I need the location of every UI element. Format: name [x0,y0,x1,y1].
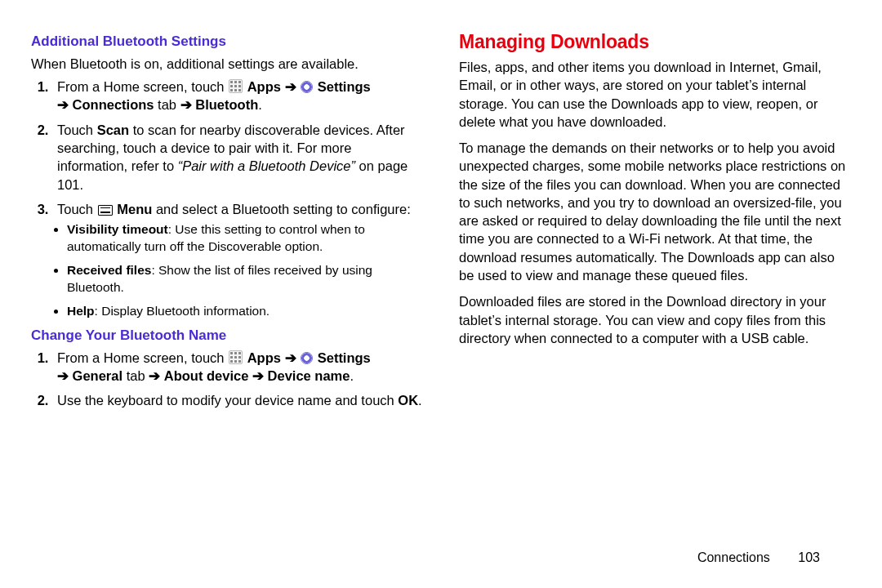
gear-icon [301,352,313,364]
settings-label: Settings [318,350,371,365]
bt-options-list: Visibility timeout: Use this setting to … [57,221,423,320]
gear-icon [301,81,313,93]
apps-icon [229,350,243,364]
apps-label: Apps [247,350,281,365]
text: From a Home screen, touch [57,79,228,94]
steps-additional-bt: From a Home screen, touch Apps ➔ Setting… [31,78,423,319]
arrow-icon: ➔ [285,79,296,94]
text: and select a Bluetooth setting to config… [152,202,410,216]
period: . [258,97,262,112]
arrow-icon: ➔ [285,350,296,365]
step-1: From a Home screen, touch Apps ➔ Setting… [52,78,423,114]
arrow-icon: ➔ [57,368,69,383]
arrow-icon: ➔ [57,97,69,112]
apps-icon [229,79,243,93]
step-3: Touch Menu and select a Bluetooth settin… [52,200,423,320]
steps-change-bt-name: From a Home screen, touch Apps ➔ Setting… [31,349,423,410]
paragraph: Files, apps, and other items you downloa… [459,58,851,131]
paragraph: Downloaded files are stored in the Downl… [459,292,851,347]
list-item: Received files: Show the list of files r… [67,262,423,296]
heading-managing-downloads: Managing Downloads [459,29,851,55]
text: Touch [57,202,97,216]
step-1: From a Home screen, touch Apps ➔ Setting… [52,349,423,385]
manual-page: Additional Bluetooth Settings When Bluet… [0,0,882,588]
page-number: 103 [798,550,820,564]
intro-additional-bt: When Bluetooth is on, additional setting… [31,55,423,73]
list-item: Help: Display Bluetooth information. [67,303,423,320]
period: . [418,393,422,408]
option-desc: : Display Bluetooth information. [95,304,270,318]
menu-label: Menu [117,202,152,216]
text: tab [154,97,177,112]
section-name: Connections [697,550,770,564]
device-name-label: Device name [268,368,350,383]
period: . [350,368,354,383]
step-2: Use the keyboard to modify your device n… [52,391,423,409]
arrow-icon: ➔ [149,368,160,383]
heading-change-bt-name: Change Your Bluetooth Name [31,327,423,345]
option-title: Received files [67,263,151,277]
text: Touch [57,122,97,137]
arrow-icon: ➔ [180,97,192,112]
heading-additional-bt: Additional Bluetooth Settings [31,33,423,51]
reference-text: “Pair with a Bluetooth Device” [178,158,355,173]
right-column: Managing Downloads Files, apps, and othe… [441,33,851,588]
list-item: Visibility timeout: Use this setting to … [67,221,423,256]
connections-label: Connections [73,97,154,112]
general-label: General [73,368,122,383]
option-title: Visibility timeout [67,222,168,236]
bluetooth-label: Bluetooth [195,97,258,112]
text: Use the keyboard to modify your device n… [57,393,398,408]
menu-icon [98,205,113,216]
left-column: Additional Bluetooth Settings When Bluet… [31,33,441,588]
ok-label: OK [398,393,418,408]
apps-label: Apps [247,79,281,94]
step-2: Touch Scan to scan for nearby discoverab… [52,121,423,194]
scan-label: Scan [97,122,129,137]
settings-label: Settings [318,79,371,94]
page-footer: Connections 103 [697,549,820,567]
arrow-icon: ➔ [252,368,264,383]
about-device-label: About device [164,368,249,383]
text: From a Home screen, touch [57,350,228,365]
paragraph: To manage the demands on their networks … [459,139,851,284]
text: tab [122,368,145,383]
option-title: Help [67,304,95,318]
